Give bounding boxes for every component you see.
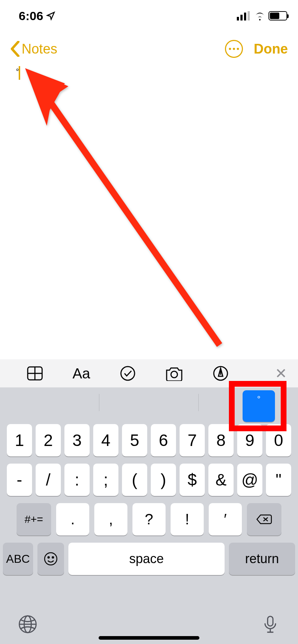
back-button[interactable]: Notes: [10, 41, 57, 57]
key-4[interactable]: 4: [93, 424, 118, 456]
key-row-4: ABC space return: [3, 543, 295, 575]
checklist-icon[interactable]: [118, 364, 137, 383]
cellular-icon: [237, 11, 251, 20]
key-amp[interactable]: &: [208, 464, 234, 496]
svg-point-11: [171, 371, 177, 378]
key-1[interactable]: 1: [7, 424, 32, 456]
key-space[interactable]: space: [68, 543, 225, 575]
key-quote[interactable]: ": [266, 464, 291, 496]
key-dash[interactable]: -: [7, 464, 32, 496]
key-apostrophe[interactable]: ′: [209, 503, 242, 535]
svg-point-10: [121, 367, 135, 380]
close-toolbar-icon[interactable]: ✕: [275, 365, 287, 382]
svg-point-18: [52, 557, 54, 558]
predictive-slot-1[interactable]: [99, 387, 199, 418]
camera-icon[interactable]: [164, 364, 184, 383]
nav-bar: Notes Done: [0, 32, 298, 66]
text-caret: [19, 66, 20, 80]
key-colon[interactable]: :: [64, 464, 90, 496]
key-5[interactable]: 5: [122, 424, 147, 456]
key-row-3: #+= . , ? ! ′: [3, 503, 295, 535]
key-symbols-shift[interactable]: #+=: [17, 503, 51, 535]
dictation-icon[interactable]: [261, 615, 280, 634]
text-format-icon[interactable]: Aa: [72, 364, 91, 383]
home-indicator[interactable]: [99, 636, 199, 640]
key-return[interactable]: return: [229, 543, 295, 575]
svg-rect-1: [240, 15, 243, 20]
key-row-2: - / : ; ( ) $ & @ ": [3, 464, 295, 496]
backspace-icon: [256, 514, 272, 525]
key-abc[interactable]: ABC: [3, 543, 33, 575]
svg-point-16: [45, 553, 57, 565]
keyboard: 1 2 3 4 5 6 7 8 9 0 - / : ; ( ) $ & @ " …: [0, 418, 298, 644]
key-3[interactable]: 3: [64, 424, 90, 456]
svg-rect-2: [244, 13, 246, 20]
keyboard-bottom-row: [0, 615, 298, 634]
annotation-highlight: [229, 381, 286, 431]
table-icon[interactable]: [25, 364, 45, 383]
emoji-icon: [44, 552, 58, 566]
battery-icon: [268, 11, 287, 20]
svg-point-17: [48, 557, 49, 558]
key-comma[interactable]: ,: [94, 503, 127, 535]
svg-rect-0: [237, 17, 239, 20]
predictive-slot-0[interactable]: [0, 387, 99, 418]
key-7[interactable]: 7: [180, 424, 205, 456]
location-icon: [46, 11, 55, 20]
key-period[interactable]: .: [56, 503, 89, 535]
key-6[interactable]: 6: [151, 424, 176, 456]
key-question[interactable]: ?: [132, 503, 166, 535]
globe-icon[interactable]: [18, 615, 37, 634]
done-button[interactable]: Done: [254, 41, 288, 57]
key-paren-close[interactable]: ): [151, 464, 176, 496]
key-semicolon[interactable]: ;: [93, 464, 118, 496]
key-emoji[interactable]: [37, 543, 64, 575]
svg-rect-3: [248, 11, 250, 20]
status-time: 6:06: [19, 9, 43, 23]
key-backspace[interactable]: [247, 503, 281, 535]
svg-rect-22: [268, 616, 273, 626]
key-2[interactable]: 2: [36, 424, 61, 456]
markup-icon[interactable]: [211, 364, 230, 383]
wifi-icon: [253, 11, 266, 20]
key-dollar[interactable]: $: [180, 464, 205, 496]
status-bar: 6:06: [0, 0, 298, 32]
more-button[interactable]: [225, 40, 243, 58]
key-paren-open[interactable]: (: [122, 464, 147, 496]
note-editor[interactable]: °: [0, 66, 298, 310]
back-label: Notes: [22, 41, 57, 57]
key-at[interactable]: @: [237, 464, 262, 496]
key-exclaim[interactable]: !: [171, 503, 204, 535]
key-slash[interactable]: /: [36, 464, 61, 496]
